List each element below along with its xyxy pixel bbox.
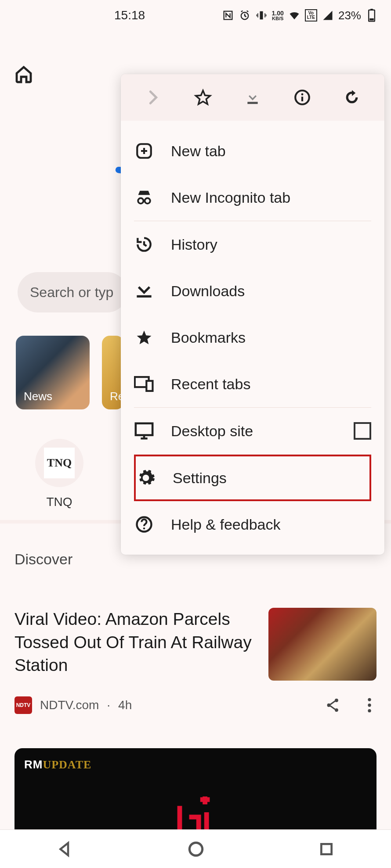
banner-brand: RMUPDATE: [24, 758, 91, 771]
menu-new-tab[interactable]: New tab: [121, 128, 384, 174]
menu-incognito[interactable]: New Incognito tab: [121, 174, 384, 221]
svg-point-8: [368, 698, 371, 701]
article-source: NDTV.com: [40, 698, 99, 712]
downloads-icon: [134, 282, 154, 300]
alarm-icon: [239, 9, 251, 22]
article-age: 4h: [118, 698, 132, 712]
incognito-icon: [134, 187, 154, 208]
discover-title: Discover: [14, 551, 72, 568]
desktop-site-checkbox[interactable]: [354, 422, 371, 440]
devices-icon: [134, 374, 154, 394]
banner-card[interactable]: RMUPDATE: [14, 748, 377, 838]
svg-rect-20: [136, 423, 152, 435]
svg-rect-4: [369, 18, 374, 21]
status-bar: 15:18 1.00 KB/S VoLTE 23%: [0, 0, 391, 31]
desktop-icon: [134, 421, 154, 441]
battery-icon: [366, 9, 378, 22]
nfc-icon: [222, 9, 234, 22]
svg-rect-1: [260, 11, 263, 20]
back-button[interactable]: [56, 840, 74, 858]
browser-menu: New tab New Incognito tab History Downlo: [121, 74, 384, 555]
more-icon[interactable]: [367, 697, 372, 714]
article-title: Viral Video: Amazon Parcels Tossed Out O…: [14, 608, 255, 677]
svg-rect-11: [247, 102, 257, 104]
svg-point-22: [143, 527, 145, 529]
history-icon: [134, 235, 154, 254]
star-icon[interactable]: [194, 88, 212, 107]
shortcut-tnq[interactable]: TNQ TNQ: [35, 439, 83, 509]
svg-point-16: [138, 198, 143, 204]
svg-rect-19: [146, 381, 152, 391]
menu-history[interactable]: History: [121, 221, 384, 268]
signal-icon: [322, 9, 334, 22]
menu-recent-tabs[interactable]: Recent tabs: [121, 361, 384, 407]
android-navbar: [0, 829, 391, 868]
menu-bookmarks[interactable]: Bookmarks: [121, 314, 384, 361]
svg-point-17: [145, 198, 150, 204]
help-icon: [134, 515, 154, 534]
reload-icon[interactable]: [343, 89, 361, 106]
home-button-nav[interactable]: [186, 839, 206, 859]
net-speed: 1.00 KB/S: [272, 10, 284, 21]
status-time: 15:18: [114, 8, 145, 22]
svg-point-9: [368, 703, 371, 707]
article-thumbnail: [268, 608, 377, 681]
share-icon[interactable]: [325, 697, 341, 714]
menu-help[interactable]: Help & feedback: [121, 501, 384, 548]
search-bar[interactable]: Search or typ: [18, 272, 127, 312]
bookmark-star-icon: [134, 328, 154, 347]
search-placeholder: Search or typ: [30, 284, 113, 301]
gear-icon: [136, 468, 156, 488]
wifi-icon: [288, 9, 300, 22]
svg-rect-24: [321, 844, 331, 854]
recents-button[interactable]: [318, 840, 335, 858]
svg-point-13: [301, 93, 304, 96]
battery-percent: 23%: [338, 9, 361, 22]
plus-box-icon: [134, 142, 154, 160]
volte-icon: VoLTE: [305, 9, 317, 22]
info-icon[interactable]: [293, 88, 311, 107]
tile-news[interactable]: News: [16, 336, 90, 409]
menu-settings[interactable]: Settings: [134, 455, 371, 501]
home-button[interactable]: [13, 64, 34, 85]
vibrate-icon: [255, 9, 268, 22]
menu-desktop-site[interactable]: Desktop site: [121, 408, 384, 454]
forward-icon[interactable]: [145, 89, 162, 106]
menu-downloads[interactable]: Downloads: [121, 268, 384, 314]
svg-rect-3: [370, 9, 373, 10]
svg-point-10: [368, 709, 371, 712]
svg-point-23: [189, 843, 202, 855]
download-icon[interactable]: [244, 89, 261, 106]
source-badge: NDTV: [14, 696, 32, 714]
article-card[interactable]: Viral Video: Amazon Parcels Tossed Out O…: [14, 608, 377, 714]
svg-rect-14: [301, 97, 303, 101]
